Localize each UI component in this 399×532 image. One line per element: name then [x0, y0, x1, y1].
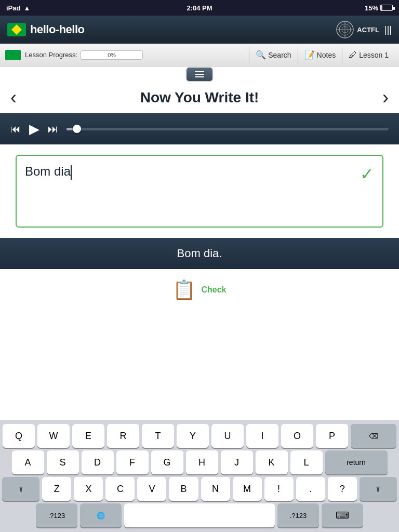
- search-button[interactable]: 🔍 Search: [250, 48, 296, 62]
- key-y[interactable]: Y: [177, 424, 209, 448]
- nav-bar: hello-hello ACTFL |||: [0, 16, 399, 44]
- key-question[interactable]: ?: [328, 477, 357, 501]
- search-label: Search: [268, 51, 291, 59]
- prev-button[interactable]: ‹: [10, 87, 17, 109]
- brazil-flag-icon: [7, 23, 26, 36]
- key-keyboard-dismiss[interactable]: ⌨: [322, 503, 363, 527]
- lesson-button[interactable]: 🖊 Lesson 1: [343, 48, 394, 62]
- toolbar-flag-icon: [5, 50, 21, 60]
- key-numbers-right[interactable]: .?123: [277, 503, 319, 527]
- key-i[interactable]: I: [246, 424, 278, 448]
- lesson-label: Lesson 1: [359, 51, 389, 59]
- menu-btn-area: [0, 66, 399, 82]
- audio-player: ⏮ ▶ ⏭: [0, 113, 399, 144]
- key-numbers-left[interactable]: .?123: [36, 503, 77, 527]
- page-title-area: ‹ Now You Write It! ›: [0, 82, 399, 113]
- keyboard-row-2: A S D F G H J K L return: [2, 450, 397, 474]
- battery-pct: 15%: [365, 4, 378, 12]
- keyboard-row-1: Q W E R T Y U I O P ⌫: [2, 424, 397, 448]
- writing-input-box[interactable]: Bom dia ✓: [16, 155, 383, 228]
- key-e[interactable]: E: [72, 424, 104, 448]
- wifi-icon: ▲: [23, 4, 30, 12]
- key-period[interactable]: .: [296, 477, 325, 501]
- toolbar: Lesson Progress: 0% 🔍 Search 📝 Notes 🖊 L…: [0, 44, 399, 66]
- menu-line-2: [195, 74, 204, 75]
- key-o[interactable]: O: [281, 424, 313, 448]
- check-area: 📋 Check: [0, 269, 399, 311]
- key-v[interactable]: V: [137, 477, 166, 501]
- key-l[interactable]: L: [290, 450, 323, 474]
- writing-text: Bom dia: [25, 164, 374, 180]
- menu-button[interactable]: [187, 68, 212, 81]
- keyboard-row-4: .?123 🌐 .?123 ⌨: [2, 503, 397, 527]
- key-p[interactable]: P: [316, 424, 348, 448]
- progress-bar-container: 0%: [81, 50, 143, 60]
- key-exclamation[interactable]: !: [264, 477, 294, 501]
- menu-line-1: [195, 71, 204, 72]
- menu-line-3: [195, 76, 204, 77]
- lesson-icon: 🖊: [349, 50, 357, 60]
- play-button[interactable]: ▶: [29, 121, 39, 137]
- skip-forward-button[interactable]: ⏭: [48, 123, 58, 135]
- lesson-progress-label: Lesson Progress:: [25, 51, 77, 59]
- notes-button[interactable]: 📝 Notes: [299, 48, 341, 62]
- search-icon: 🔍: [256, 50, 266, 60]
- toolbar-divider: [249, 47, 249, 63]
- key-c[interactable]: C: [105, 477, 135, 501]
- toolbar-divider2: [298, 47, 298, 63]
- battery-icon: [380, 5, 393, 11]
- answer-text: Bom dia.: [177, 247, 222, 260]
- key-shift-right[interactable]: ⇧: [360, 477, 397, 501]
- answer-bar: Bom dia.: [0, 238, 399, 269]
- key-shift-left[interactable]: ⇧: [2, 477, 39, 501]
- page-title: Now You Write It!: [140, 89, 259, 106]
- key-space[interactable]: [124, 503, 275, 527]
- hamburger-icon[interactable]: |||: [384, 24, 392, 35]
- audio-progress-fill: [66, 128, 73, 130]
- key-u[interactable]: U: [211, 424, 244, 448]
- key-s[interactable]: S: [47, 450, 79, 474]
- key-m[interactable]: M: [233, 477, 262, 501]
- key-r[interactable]: R: [107, 424, 139, 448]
- logo-area: hello-hello: [7, 23, 85, 36]
- ipad-label: iPad: [6, 4, 20, 12]
- key-globe[interactable]: 🌐: [80, 503, 122, 527]
- key-n[interactable]: N: [201, 477, 230, 501]
- notes-label: Notes: [317, 51, 336, 59]
- status-bar: iPad ▲ 2:04 PM 15%: [0, 0, 399, 16]
- actfl-label: ACTFL: [357, 26, 379, 34]
- check-button[interactable]: Check: [201, 285, 226, 295]
- writing-area: Bom dia ✓: [0, 144, 399, 238]
- progress-value: 0%: [108, 52, 116, 58]
- key-f[interactable]: F: [116, 450, 149, 474]
- text-cursor: [71, 165, 72, 180]
- key-delete[interactable]: ⌫: [351, 424, 396, 448]
- key-a[interactable]: A: [12, 450, 44, 474]
- key-z[interactable]: Z: [42, 477, 71, 501]
- app-logo-text: hello-hello: [30, 23, 85, 36]
- status-time: 2:04 PM: [187, 4, 212, 12]
- key-q[interactable]: Q: [3, 424, 35, 448]
- correct-checkmark: ✓: [360, 164, 374, 184]
- key-g[interactable]: G: [151, 450, 183, 474]
- check-button-icon: 📋: [172, 279, 196, 301]
- key-h[interactable]: H: [186, 450, 218, 474]
- next-button[interactable]: ›: [382, 87, 389, 109]
- audio-progress-thumb[interactable]: [73, 125, 81, 133]
- writing-input-text: Bom dia: [25, 164, 71, 178]
- key-k[interactable]: K: [256, 450, 288, 474]
- key-b[interactable]: B: [169, 477, 198, 501]
- key-d[interactable]: D: [82, 450, 114, 474]
- actfl-logo-icon: [336, 21, 354, 38]
- keyboard-row-3: ⇧ Z X C V B N M ! . ? ⇧: [2, 477, 397, 501]
- key-t[interactable]: T: [142, 424, 174, 448]
- key-j[interactable]: J: [221, 450, 253, 474]
- notes-icon: 📝: [304, 50, 315, 60]
- key-w[interactable]: W: [37, 424, 70, 448]
- key-x[interactable]: X: [74, 477, 103, 501]
- skip-back-button[interactable]: ⏮: [10, 123, 21, 135]
- actfl-area: ACTFL: [336, 21, 379, 38]
- keyboard: Q W E R T Y U I O P ⌫ A S D F G H J K L …: [0, 420, 399, 532]
- key-return[interactable]: return: [325, 450, 388, 474]
- audio-progress-track[interactable]: [66, 128, 389, 130]
